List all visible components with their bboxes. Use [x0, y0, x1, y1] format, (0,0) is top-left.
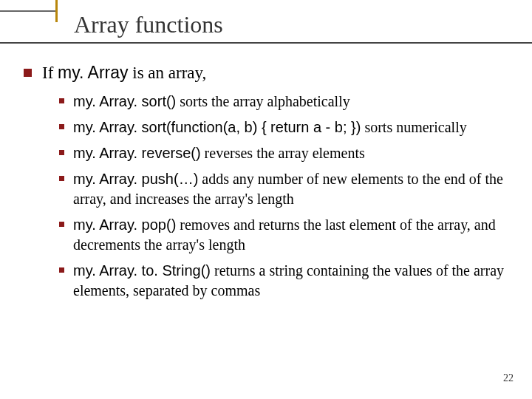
item-text: my. Array. sort(function(a, b) { return …: [73, 117, 467, 137]
item-desc: sorts the array alphabetically: [176, 93, 349, 109]
item-code: my. Array. reverse(): [73, 145, 201, 161]
item-code: my. Array. sort(function(a, b) { return …: [73, 119, 361, 135]
bullet-icon: [59, 124, 64, 129]
bullet-icon: [59, 98, 64, 103]
list-item: my. Array. sort(function(a, b) { return …: [59, 117, 510, 137]
intro-text: If my. Array is an array,: [42, 63, 206, 83]
sublist: my. Array. sort() sorts the array alphab…: [59, 92, 510, 301]
bullet-icon: [59, 267, 64, 273]
intro-prefix: If: [42, 64, 58, 82]
bullet-icon: [59, 176, 64, 181]
item-text: my. Array. reverse() reverses the array …: [73, 143, 365, 163]
item-code: my. Array. push(…): [73, 171, 198, 187]
item-code: my. Array. to. String(): [73, 262, 211, 279]
bullet-icon: [24, 69, 32, 77]
decorative-vertical: [55, 0, 58, 22]
slide-title: Array functions: [74, 11, 223, 38]
item-desc: reverses the array elements: [201, 145, 365, 161]
intro-suffix: is an array,: [129, 64, 207, 82]
item-text: my. Array. pop() removes and returns the…: [73, 215, 510, 255]
list-item: my. Array. to. String() returns a string…: [59, 261, 510, 301]
level1-item: If my. Array is an array,: [24, 63, 510, 83]
page-number: 22: [503, 372, 514, 384]
item-code: my. Array. sort(): [73, 93, 176, 109]
item-code: my. Array. pop(): [73, 216, 176, 233]
list-item: my. Array. sort() sorts the array alphab…: [59, 92, 510, 112]
decorative-line: [0, 10, 55, 12]
bullet-icon: [59, 222, 64, 227]
item-text: my. Array. to. String() returns a string…: [73, 261, 510, 301]
intro-code: my. Array: [58, 63, 128, 82]
item-text: my. Array. push(…) adds any number of ne…: [73, 169, 510, 209]
list-item: my. Array. push(…) adds any number of ne…: [59, 169, 510, 209]
item-desc: sorts numerically: [361, 119, 466, 135]
content-area: If my. Array is an array, my. Array. sor…: [24, 63, 510, 307]
title-underline: [0, 42, 532, 44]
list-item: my. Array. reverse() reverses the array …: [59, 143, 510, 163]
list-item: my. Array. pop() removes and returns the…: [59, 215, 510, 255]
bullet-icon: [59, 150, 64, 155]
item-text: my. Array. sort() sorts the array alphab…: [73, 92, 350, 112]
